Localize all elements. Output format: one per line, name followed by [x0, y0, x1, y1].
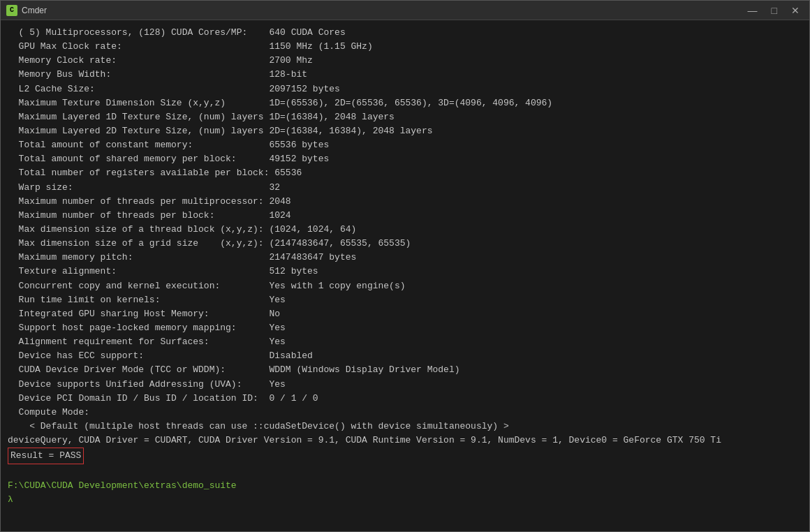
terminal-line: Total number of registers available per …: [8, 166, 802, 180]
terminal-line: Texture alignment: 512 bytes: [8, 265, 802, 279]
terminal-line: Memory Bus Width: 128-bit: [8, 68, 802, 82]
titlebar-controls: — □ ✕: [744, 4, 804, 17]
terminal-line: Integrated GPU sharing Host Memory: No: [8, 307, 802, 321]
app-icon: C: [6, 5, 17, 16]
terminal-line: Support host page-locked memory mapping:…: [8, 321, 802, 335]
terminal-line: Memory Clock rate: 2700 Mhz: [8, 54, 802, 68]
window-title: Cmder: [22, 6, 47, 15]
terminal-line: Device PCI Domain ID / Bus ID / location…: [8, 392, 802, 406]
titlebar-left: C Cmder: [6, 5, 47, 16]
terminal-line: CUDA Device Driver Mode (TCC or WDDM): W…: [8, 363, 802, 377]
terminal-line: Maximum memory pitch: 2147483647 bytes: [8, 251, 802, 265]
terminal-line: Warp size: 32: [8, 181, 802, 195]
terminal-line: < Default (multiple host threads can use…: [8, 420, 802, 434]
terminal-line: Maximum Texture Dimension Size (x,y,z) 1…: [8, 96, 802, 110]
terminal-line: Alignment requirement for Surfaces: Yes: [8, 335, 802, 349]
terminal-lines-container: ( 5) Multiprocessors, (128) CUDA Cores/M…: [8, 26, 802, 434]
main-window: C Cmder — □ ✕ ( 5) Multiprocessors, (128…: [0, 0, 810, 532]
terminal-line: Total amount of constant memory: 65536 b…: [8, 138, 802, 152]
terminal-line: Max dimension size of a thread block (x,…: [8, 223, 802, 237]
terminal-line: Maximum Layered 1D Texture Size, (num) l…: [8, 110, 802, 124]
terminal-line: Maximum Layered 2D Texture Size, (num) l…: [8, 124, 802, 138]
titlebar: C Cmder — □ ✕: [1, 1, 809, 20]
terminal-line: Maximum number of threads per block: 102…: [8, 209, 802, 223]
terminal-line: Concurrent copy and kernel execution: Ye…: [8, 279, 802, 293]
terminal-line: GPU Max Clock rate: 1150 MHz (1.15 GHz): [8, 40, 802, 54]
terminal-line: Total amount of shared memory per block:…: [8, 152, 802, 166]
result-wrapper: Result = PASS: [8, 448, 802, 464]
terminal-line: Maximum number of threads per multiproce…: [8, 195, 802, 209]
prompt-line: F:\CUDA\CUDA Development\extras\demo_sui…: [8, 479, 802, 493]
maximize-button[interactable]: □: [767, 4, 781, 17]
terminal-line: L2 Cache Size: 2097152 bytes: [8, 82, 802, 96]
terminal-line: Device supports Unified Addressing (UVA)…: [8, 378, 802, 392]
terminal-line: Compute Mode:: [8, 406, 802, 420]
devicequery-line: deviceQuery, CUDA Driver = CUDART, CUDA …: [8, 434, 802, 448]
terminal-line: Device has ECC support: Disabled: [8, 349, 802, 363]
result-badge: Result = PASS: [8, 448, 84, 464]
cursor-line: λ: [8, 493, 802, 507]
minimize-button[interactable]: —: [744, 4, 762, 17]
terminal-line: Run time limit on kernels: Yes: [8, 293, 802, 307]
terminal-line: ( 5) Multiprocessors, (128) CUDA Cores/M…: [8, 26, 802, 40]
terminal-line: Max dimension size of a grid size (x,y,z…: [8, 237, 802, 251]
terminal-output: ( 5) Multiprocessors, (128) CUDA Cores/M…: [1, 20, 809, 531]
close-button[interactable]: ✕: [787, 4, 804, 17]
